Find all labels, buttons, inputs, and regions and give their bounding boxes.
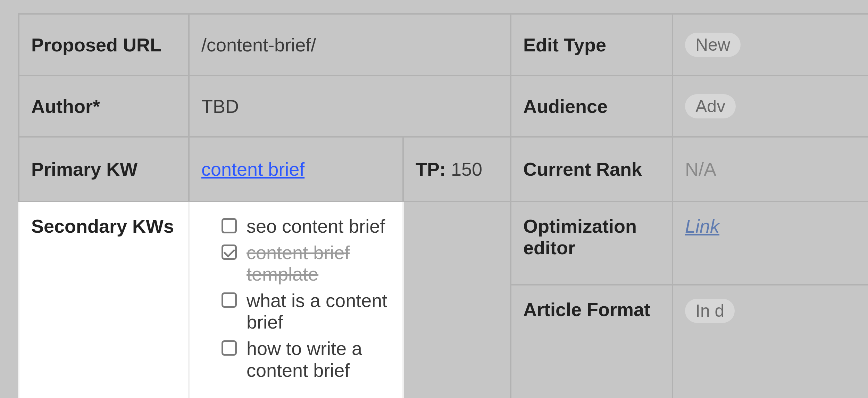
primary-kw-link[interactable]: content brief xyxy=(201,159,304,180)
secondary-kw-item: how to write a content brief xyxy=(222,338,391,381)
label-secondary-kws: Secondary KWs xyxy=(19,201,189,398)
article-format-pill[interactable]: In d xyxy=(685,299,735,323)
edit-type-pill[interactable]: New xyxy=(685,33,741,57)
value-audience[interactable]: Adv xyxy=(673,75,868,137)
value-edit-type[interactable]: New xyxy=(673,14,868,75)
value-current-rank[interactable]: N/A xyxy=(673,137,868,201)
checkbox-icon[interactable] xyxy=(222,244,237,260)
label-audience: Audience xyxy=(511,75,673,137)
row-proposed-url: Proposed URL /content-brief/ Edit Type N… xyxy=(19,14,868,75)
row-secondary-kws: Secondary KWs seo content briefcontent b… xyxy=(19,201,868,285)
value-tp: TP: 150 xyxy=(403,137,511,201)
label-current-rank: Current Rank xyxy=(511,137,673,201)
value-secondary-kws[interactable]: seo content briefcontent brief templatew… xyxy=(189,201,403,398)
value-article-format[interactable]: In d xyxy=(673,285,868,398)
value-proposed-url[interactable]: /content-brief/ xyxy=(189,14,511,75)
checkbox-icon[interactable] xyxy=(222,340,237,356)
value-author[interactable]: TBD xyxy=(189,75,511,137)
row-author: Author* TBD Audience Adv xyxy=(19,75,868,137)
content-brief-table: Proposed URL /content-brief/ Edit Type N… xyxy=(18,13,868,398)
secondary-kw-text: content brief template xyxy=(247,242,391,285)
checkbox-icon[interactable] xyxy=(222,292,237,308)
secondary-kw-text: how to write a content brief xyxy=(247,338,391,381)
value-primary-kw[interactable]: content brief xyxy=(189,137,403,201)
audience-pill[interactable]: Adv xyxy=(685,94,736,118)
checkbox-icon[interactable] xyxy=(222,218,237,233)
secondary-kw-text: seo content brief xyxy=(247,215,385,237)
label-proposed-url: Proposed URL xyxy=(19,14,189,75)
secondary-kws-extra xyxy=(403,201,511,398)
tp-label: TP: xyxy=(416,159,446,180)
label-primary-kw: Primary KW xyxy=(19,137,189,201)
secondary-kw-item: what is a content brief xyxy=(222,290,391,333)
secondary-kw-text: what is a content brief xyxy=(247,290,391,333)
label-optimization-editor: Optimization editor xyxy=(511,201,673,285)
optimization-editor-link[interactable]: Link xyxy=(685,216,719,237)
secondary-kw-item: seo content brief xyxy=(222,215,391,237)
label-edit-type: Edit Type xyxy=(511,14,673,75)
secondary-kw-item: content brief template xyxy=(222,242,391,285)
tp-value: 150 xyxy=(451,159,482,180)
label-author: Author* xyxy=(19,75,189,137)
secondary-kw-list: seo content briefcontent brief templatew… xyxy=(201,215,391,381)
value-optimization-editor[interactable]: Link xyxy=(673,201,868,285)
row-primary-kw: Primary KW content brief TP: 150 Current… xyxy=(19,137,868,201)
label-article-format: Article Format xyxy=(511,285,673,398)
